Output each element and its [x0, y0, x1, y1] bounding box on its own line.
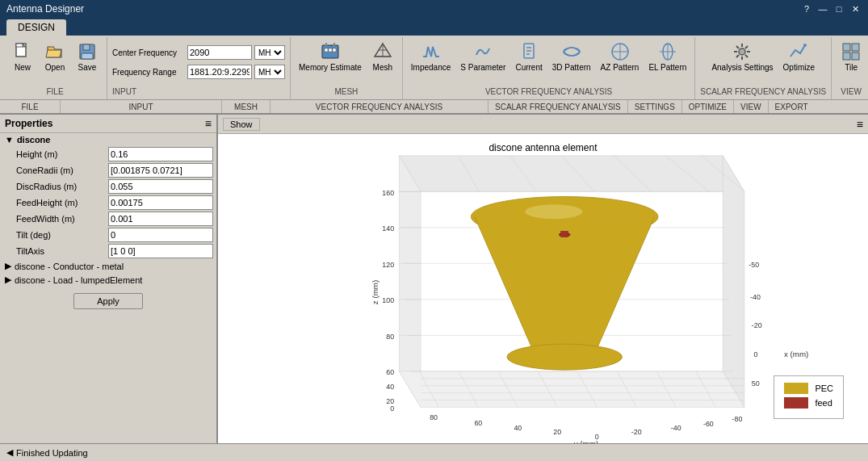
3d-visualization: 160 140 120 100 80 60 40 20 0 z (mm) 80 …: [218, 134, 868, 443]
svg-text:80: 80: [430, 413, 438, 421]
az-pattern-icon: [609, 40, 631, 63]
ribbon-group-scalar-freq: Analysis Settings Optimize SCALAR FREQUE…: [695, 37, 832, 99]
svg-text:y (mm): y (mm): [574, 439, 598, 443]
az-pattern-label: AZ Pattern: [601, 63, 639, 72]
ribbon-group-view: Tile VIEW: [832, 37, 868, 99]
3d-pattern-label: 3D Pattern: [552, 63, 591, 72]
memory-estimate-button[interactable]: Memory Estimate: [296, 39, 365, 73]
freq-range-unit-select[interactable]: MHz: [254, 65, 285, 79]
prop-row-tiltaxis: TiltAxis: [0, 243, 216, 259]
sub-section-vector-freq: VECTOR FREQUENCY ANALYSIS: [270, 100, 489, 113]
prop-input-tiltaxis[interactable]: [108, 244, 213, 258]
legend: PEC feed: [774, 375, 844, 419]
prop-label-height: Height (m): [16, 149, 105, 159]
center-freq-unit-select[interactable]: MHz: [254, 45, 285, 60]
svg-rect-31: [852, 52, 859, 60]
s-parameter-label: S Parameter: [460, 63, 505, 72]
s-parameter-button[interactable]: S Parameter: [457, 39, 509, 73]
save-icon: [76, 40, 99, 63]
svg-text:-50: -50: [748, 261, 759, 269]
prop-input-tilt[interactable]: [108, 228, 213, 242]
ribbon-group-file: New Open Save FILE: [3, 37, 107, 99]
sub-section-settings: SETTINGS: [628, 100, 682, 113]
el-pattern-button[interactable]: EL Pattern: [645, 39, 690, 73]
prop-row-discradius: DiscRadius (m): [0, 178, 216, 195]
prop-row-feedwidth: FeedWidth (m): [0, 211, 216, 227]
restore-button[interactable]: □: [832, 2, 845, 15]
svg-text:40: 40: [386, 383, 394, 391]
svg-point-27: [803, 44, 807, 47]
s-parameter-icon: [472, 40, 494, 63]
view-group-label: VIEW: [841, 87, 862, 98]
scalar-freq-group-label: SCALAR FREQUENCY ANALYSIS: [700, 87, 826, 98]
help-button[interactable]: ?: [800, 2, 813, 15]
view-buttons: Tile: [837, 39, 866, 86]
impedance-label: Impedance: [411, 63, 451, 72]
save-button[interactable]: Save: [73, 39, 102, 73]
prop-input-coneradii[interactable]: [108, 163, 213, 178]
prop-group-discone[interactable]: ▼ discone: [0, 133, 216, 146]
az-pattern-button[interactable]: AZ Pattern: [598, 39, 643, 73]
vector-freq-buttons: Impedance S Parameter Current 3D Pattern: [408, 39, 690, 86]
freq-range-input[interactable]: [187, 65, 252, 79]
impedance-icon: [420, 40, 442, 63]
sub-section-input: INPUT: [61, 100, 222, 113]
center-freq-row: Center Frequency MHz: [112, 45, 285, 60]
tab-bar: DESIGN: [0, 18, 868, 36]
titlebar-controls: ? — □ ✕: [800, 2, 862, 15]
status-arrow[interactable]: ◀: [6, 447, 13, 458]
svg-rect-30: [843, 52, 850, 60]
minimize-button[interactable]: —: [816, 2, 829, 15]
legend-color-pec: [784, 383, 808, 394]
properties-header: Properties ≡: [0, 115, 216, 133]
prop-input-height[interactable]: [108, 147, 213, 161]
current-button[interactable]: Current: [512, 39, 545, 73]
prop-input-feedwidth[interactable]: [108, 212, 213, 226]
3d-pattern-button[interactable]: 3D Pattern: [549, 39, 594, 73]
legend-item-feed: feed: [784, 397, 833, 409]
tile-icon: [840, 40, 862, 63]
mesh-buttons: Memory Estimate Mesh: [296, 39, 397, 86]
open-button[interactable]: Open: [40, 39, 69, 73]
svg-text:140: 140: [382, 224, 394, 233]
analysis-settings-label: Analysis Settings: [711, 63, 773, 72]
optimize-label: Optimize: [783, 63, 815, 72]
vector-freq-group-label: VECTOR FREQUENCY ANALYSIS: [485, 87, 612, 98]
new-button[interactable]: New: [8, 39, 37, 73]
svg-text:60: 60: [474, 419, 482, 427]
center-freq-input[interactable]: [187, 45, 252, 60]
canvas-toolbar-menu[interactable]: ≡: [857, 118, 863, 131]
prop-input-discradius[interactable]: [108, 179, 213, 194]
prop-group-label: discone: [17, 135, 51, 145]
status-left: ◀ Finished Updating: [6, 447, 88, 458]
svg-text:z (mm): z (mm): [371, 280, 379, 304]
svg-text:0: 0: [753, 350, 757, 358]
status-text: Finished Updating: [16, 448, 88, 458]
sub-section-optimize: OPTIMIZE: [682, 100, 734, 113]
svg-text:40: 40: [514, 424, 522, 432]
prop-label-discradius: DiscRadius (m): [16, 182, 105, 191]
tile-button[interactable]: Tile: [837, 39, 866, 73]
impedance-button[interactable]: Impedance: [408, 39, 454, 73]
properties-menu-icon[interactable]: ≡: [205, 117, 212, 130]
file-buttons: New Open Save: [8, 39, 102, 86]
legend-label-pec: PEC: [815, 383, 833, 393]
tab-design[interactable]: DESIGN: [6, 19, 66, 36]
analysis-settings-button[interactable]: Analysis Settings: [708, 39, 776, 73]
prop-label-tiltaxis: TiltAxis: [16, 246, 105, 256]
prop-subgroup-conductor[interactable]: ▶ discone - Conductor - metal: [0, 259, 216, 273]
svg-rect-6: [325, 48, 328, 52]
svg-marker-35: [399, 156, 744, 192]
prop-subgroup-load[interactable]: ▶ discone - Load - lumpedElement: [0, 273, 216, 287]
show-button[interactable]: Show: [223, 118, 260, 131]
optimize-button[interactable]: Optimize: [780, 39, 818, 73]
prop-row-feedheight: FeedHeight (m): [0, 195, 216, 211]
close-button[interactable]: ✕: [849, 2, 862, 15]
mesh-button[interactable]: Mesh: [368, 39, 397, 73]
prop-row-height: Height (m): [0, 146, 216, 162]
apply-button[interactable]: Apply: [73, 293, 143, 309]
prop-input-feedheight[interactable]: [108, 195, 213, 210]
svg-point-98: [525, 204, 582, 219]
prop-group-arrow: ▼: [5, 135, 14, 145]
tile-label: Tile: [845, 63, 858, 72]
